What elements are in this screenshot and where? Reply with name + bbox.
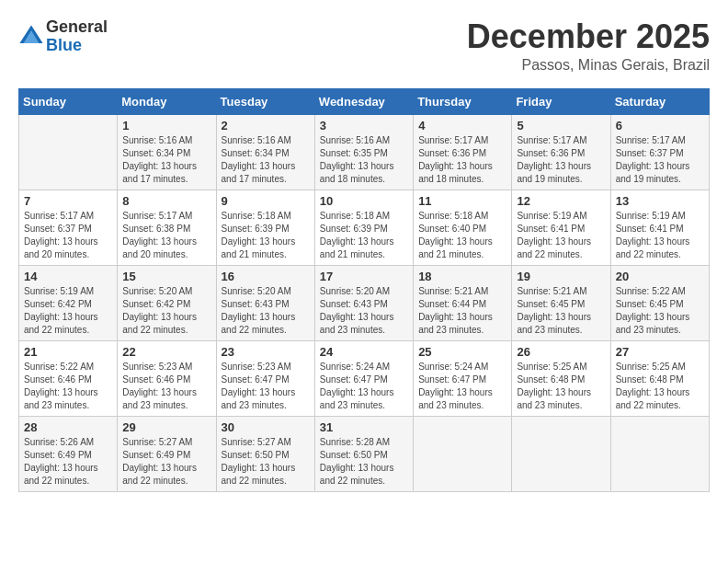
day-info: Sunrise: 5:24 AM Sunset: 6:47 PM Dayligh…: [320, 361, 408, 412]
header-sunday: Sunday: [19, 88, 118, 114]
day-info: Sunrise: 5:23 AM Sunset: 6:46 PM Dayligh…: [122, 361, 210, 412]
day-number: 10: [320, 194, 408, 208]
day-number: 2: [222, 119, 310, 132]
day-number: 1: [122, 119, 210, 132]
calendar-cell: 13Sunrise: 5:19 AM Sunset: 6:41 PM Dayli…: [610, 190, 709, 265]
day-number: 13: [616, 194, 704, 208]
day-number: 18: [418, 270, 506, 283]
calendar-cell: 30Sunrise: 5:27 AM Sunset: 6:50 PM Dayli…: [216, 416, 314, 491]
calendar-cell: 4Sunrise: 5:17 AM Sunset: 6:36 PM Daylig…: [414, 114, 512, 190]
day-number: 26: [517, 345, 605, 359]
calendar-cell: 2Sunrise: 5:16 AM Sunset: 6:34 PM Daylig…: [216, 114, 314, 190]
calendar-cell: 27Sunrise: 5:25 AM Sunset: 6:48 PM Dayli…: [610, 340, 709, 416]
calendar-cell: 16Sunrise: 5:20 AM Sunset: 6:43 PM Dayli…: [216, 265, 314, 340]
header-wednesday: Wednesday: [314, 88, 413, 114]
day-info: Sunrise: 5:18 AM Sunset: 6:39 PM Dayligh…: [222, 210, 310, 261]
day-number: 5: [517, 119, 605, 132]
day-info: Sunrise: 5:17 AM Sunset: 6:36 PM Dayligh…: [517, 134, 605, 186]
day-info: Sunrise: 5:26 AM Sunset: 6:49 PM Dayligh…: [24, 436, 112, 488]
day-number: 4: [418, 119, 506, 132]
calendar-cell: 26Sunrise: 5:25 AM Sunset: 6:48 PM Dayli…: [512, 340, 610, 416]
calendar-cell: [610, 416, 709, 491]
day-number: 17: [320, 270, 408, 283]
day-number: 25: [418, 345, 506, 359]
day-number: 19: [517, 270, 605, 283]
day-number: 9: [222, 194, 310, 208]
day-info: Sunrise: 5:25 AM Sunset: 6:48 PM Dayligh…: [616, 361, 704, 412]
day-number: 11: [418, 194, 506, 208]
location: Passos, Minas Gerais, Brazil: [467, 57, 710, 74]
calendar-week-row: 21Sunrise: 5:22 AM Sunset: 6:46 PM Dayli…: [19, 340, 710, 416]
day-number: 3: [320, 119, 408, 132]
calendar-cell: 19Sunrise: 5:21 AM Sunset: 6:45 PM Dayli…: [512, 265, 610, 340]
day-info: Sunrise: 5:17 AM Sunset: 6:37 PM Dayligh…: [24, 210, 112, 261]
calendar-header-row: SundayMondayTuesdayWednesdayThursdayFrid…: [19, 88, 710, 114]
day-info: Sunrise: 5:25 AM Sunset: 6:48 PM Dayligh…: [517, 361, 605, 412]
calendar-cell: 17Sunrise: 5:20 AM Sunset: 6:43 PM Dayli…: [314, 265, 413, 340]
calendar-cell: 29Sunrise: 5:27 AM Sunset: 6:49 PM Dayli…: [118, 416, 216, 491]
day-number: 20: [616, 270, 704, 283]
day-info: Sunrise: 5:17 AM Sunset: 6:36 PM Dayligh…: [418, 134, 506, 186]
day-info: Sunrise: 5:20 AM Sunset: 6:43 PM Dayligh…: [320, 285, 408, 337]
month-title: December 2025: [467, 18, 710, 55]
calendar-cell: 15Sunrise: 5:20 AM Sunset: 6:42 PM Dayli…: [118, 265, 216, 340]
calendar-cell: 21Sunrise: 5:22 AM Sunset: 6:46 PM Dayli…: [19, 340, 118, 416]
day-number: 15: [122, 270, 210, 283]
day-info: Sunrise: 5:16 AM Sunset: 6:34 PM Dayligh…: [222, 134, 310, 186]
calendar-cell: 10Sunrise: 5:18 AM Sunset: 6:39 PM Dayli…: [314, 190, 413, 265]
calendar-cell: 25Sunrise: 5:24 AM Sunset: 6:47 PM Dayli…: [414, 340, 512, 416]
day-info: Sunrise: 5:27 AM Sunset: 6:50 PM Dayligh…: [222, 436, 310, 488]
header-thursday: Thursday: [414, 88, 512, 114]
logo-general: General: [46, 18, 108, 37]
calendar-cell: 28Sunrise: 5:26 AM Sunset: 6:49 PM Dayli…: [19, 416, 118, 491]
day-info: Sunrise: 5:24 AM Sunset: 6:47 PM Dayligh…: [418, 361, 506, 412]
day-info: Sunrise: 5:19 AM Sunset: 6:41 PM Dayligh…: [616, 210, 704, 261]
calendar-week-row: 1Sunrise: 5:16 AM Sunset: 6:34 PM Daylig…: [19, 114, 710, 190]
calendar-cell: 9Sunrise: 5:18 AM Sunset: 6:39 PM Daylig…: [216, 190, 314, 265]
calendar-cell: 5Sunrise: 5:17 AM Sunset: 6:36 PM Daylig…: [512, 114, 610, 190]
day-info: Sunrise: 5:18 AM Sunset: 6:39 PM Dayligh…: [320, 210, 408, 261]
calendar-cell: 11Sunrise: 5:18 AM Sunset: 6:40 PM Dayli…: [414, 190, 512, 265]
day-info: Sunrise: 5:23 AM Sunset: 6:47 PM Dayligh…: [222, 361, 310, 412]
calendar-week-row: 7Sunrise: 5:17 AM Sunset: 6:37 PM Daylig…: [19, 190, 710, 265]
calendar-cell: 3Sunrise: 5:16 AM Sunset: 6:35 PM Daylig…: [314, 114, 413, 190]
title-section: December 2025 Passos, Minas Gerais, Braz…: [467, 18, 710, 74]
day-info: Sunrise: 5:19 AM Sunset: 6:42 PM Dayligh…: [24, 285, 112, 337]
calendar-cell: 7Sunrise: 5:17 AM Sunset: 6:37 PM Daylig…: [19, 190, 118, 265]
day-info: Sunrise: 5:19 AM Sunset: 6:41 PM Dayligh…: [517, 210, 605, 261]
day-number: 24: [320, 345, 408, 359]
calendar-cell: 31Sunrise: 5:28 AM Sunset: 6:50 PM Dayli…: [314, 416, 413, 491]
header-friday: Friday: [512, 88, 610, 114]
day-number: 6: [616, 119, 704, 132]
calendar-cell: [414, 416, 512, 491]
day-info: Sunrise: 5:22 AM Sunset: 6:45 PM Dayligh…: [616, 285, 704, 337]
calendar-cell: 24Sunrise: 5:24 AM Sunset: 6:47 PM Dayli…: [314, 340, 413, 416]
logo-text: General Blue: [46, 18, 108, 55]
logo: General Blue: [18, 18, 108, 55]
header-tuesday: Tuesday: [216, 88, 314, 114]
day-info: Sunrise: 5:28 AM Sunset: 6:50 PM Dayligh…: [320, 436, 408, 488]
day-number: 21: [24, 345, 112, 359]
logo-blue: Blue: [46, 37, 108, 55]
day-number: 29: [122, 420, 210, 434]
calendar-week-row: 28Sunrise: 5:26 AM Sunset: 6:49 PM Dayli…: [19, 416, 710, 491]
calendar-cell: [512, 416, 610, 491]
calendar-cell: 14Sunrise: 5:19 AM Sunset: 6:42 PM Dayli…: [19, 265, 118, 340]
day-number: 8: [122, 194, 210, 208]
day-info: Sunrise: 5:20 AM Sunset: 6:43 PM Dayligh…: [222, 285, 310, 337]
day-number: 12: [517, 194, 605, 208]
day-info: Sunrise: 5:20 AM Sunset: 6:42 PM Dayligh…: [122, 285, 210, 337]
header-monday: Monday: [118, 88, 216, 114]
day-info: Sunrise: 5:17 AM Sunset: 6:37 PM Dayligh…: [616, 134, 704, 186]
day-info: Sunrise: 5:18 AM Sunset: 6:40 PM Dayligh…: [418, 210, 506, 261]
day-info: Sunrise: 5:21 AM Sunset: 6:45 PM Dayligh…: [517, 285, 605, 337]
day-info: Sunrise: 5:16 AM Sunset: 6:35 PM Dayligh…: [320, 134, 408, 186]
calendar-cell: 6Sunrise: 5:17 AM Sunset: 6:37 PM Daylig…: [610, 114, 709, 190]
day-info: Sunrise: 5:22 AM Sunset: 6:46 PM Dayligh…: [24, 361, 112, 412]
calendar-cell: 18Sunrise: 5:21 AM Sunset: 6:44 PM Dayli…: [414, 265, 512, 340]
calendar-cell: 1Sunrise: 5:16 AM Sunset: 6:34 PM Daylig…: [118, 114, 216, 190]
day-number: 16: [222, 270, 310, 283]
day-number: 31: [320, 420, 408, 434]
calendar-cell: 23Sunrise: 5:23 AM Sunset: 6:47 PM Dayli…: [216, 340, 314, 416]
calendar-cell: 20Sunrise: 5:22 AM Sunset: 6:45 PM Dayli…: [610, 265, 709, 340]
